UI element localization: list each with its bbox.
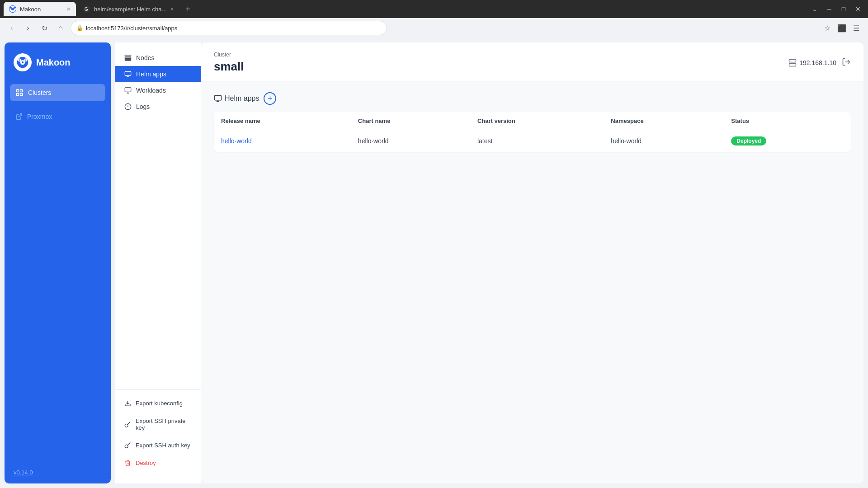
secondary-nav-actions: Export kubeconfig Export SSH private key… (115, 389, 201, 476)
main-content: Cluster small 192.168.1.10 (201, 42, 863, 483)
app-logo-icon (14, 53, 32, 71)
security-icon: 🔒 (76, 25, 83, 31)
main-header: Cluster small 192.168.1.10 (201, 42, 863, 81)
svg-rect-33 (215, 95, 222, 100)
action-export-kubeconfig[interactable]: Export kubeconfig (115, 395, 201, 411)
makoon-favicon (9, 5, 16, 13)
secondary-nav-logs[interactable]: Logs (115, 99, 201, 115)
page-title: small (214, 60, 788, 74)
action-export-ssh-auth-key-label: Export SSH auth key (136, 442, 190, 449)
ip-badge: 192.168.1.10 (788, 59, 836, 67)
sidebar-item-clusters-label: Clusters (28, 89, 51, 96)
menu-button[interactable]: ☰ (850, 22, 863, 34)
nav-actions: ☆ ⬛ ☰ (821, 22, 863, 34)
action-export-ssh-auth-key[interactable]: Export SSH auth key (115, 437, 201, 453)
breadcrumb: Cluster (214, 52, 788, 58)
exit-button[interactable] (842, 57, 851, 68)
col-release-name: Release name (214, 112, 351, 130)
cell-namespace: hello-world (604, 130, 724, 152)
secondary-nav-nodes[interactable]: Nodes (115, 50, 201, 66)
svg-rect-13 (20, 89, 23, 92)
tab-makoon[interactable]: Makoon ✕ (4, 2, 76, 16)
svg-point-9 (22, 61, 24, 63)
svg-point-2 (10, 7, 12, 9)
col-chart-name: Chart name (351, 112, 470, 130)
sidebar-link-proxmox[interactable]: Proxmox (10, 108, 105, 125)
sidebar-link-proxmox-label: Proxmox (27, 113, 52, 120)
secondary-nav-helm-apps[interactable]: Helm apps (115, 66, 201, 82)
svg-rect-20 (125, 71, 131, 75)
tab-list-button[interactable]: ⌄ (808, 3, 821, 15)
tab-github-close[interactable]: ✕ (170, 6, 174, 12)
svg-text:G: G (85, 7, 88, 12)
action-export-ssh-private-key[interactable]: Export SSH private key (115, 413, 201, 436)
app-version[interactable]: v0.14.0 (14, 469, 33, 476)
reload-button[interactable]: ↻ (38, 22, 51, 34)
cell-status: Deployed (724, 130, 851, 152)
action-export-ssh-private-key-label: Export SSH private key (136, 418, 192, 431)
browser-chrome: Makoon ✕ G helm/examples: Helm cha... ✕ … (0, 0, 868, 38)
home-button[interactable]: ⌂ (54, 22, 67, 34)
sidebar-links: Proxmox (5, 105, 111, 128)
action-export-kubeconfig-label: Export kubeconfig (136, 400, 183, 407)
forward-button[interactable]: › (22, 22, 34, 34)
header-left: Cluster small (214, 52, 788, 74)
sidebar-logo: Makoon (5, 42, 111, 80)
svg-point-3 (14, 7, 15, 9)
svg-point-11 (25, 59, 27, 61)
table-row: hello-world hello-world latest hello-wor… (214, 130, 851, 152)
back-button[interactable]: ‹ (5, 22, 18, 34)
new-tab-button[interactable]: + (181, 3, 194, 15)
svg-rect-29 (789, 63, 796, 66)
table-body: hello-world hello-world latest hello-wor… (214, 130, 851, 152)
bookmark-button[interactable]: ☆ (821, 22, 834, 34)
minimize-button[interactable]: ─ (823, 3, 835, 15)
cell-chart-name: hello-world (351, 130, 470, 152)
cell-release-name[interactable]: hello-world (214, 130, 351, 152)
action-destroy[interactable]: Destroy (115, 455, 201, 471)
url-text: localhost:5173/#/cluster/small/apps (86, 25, 177, 32)
browser-title-bar: Makoon ✕ G helm/examples: Helm cha... ✕ … (0, 0, 868, 18)
browser-nav-bar: ‹ › ↻ ⌂ 🔒 localhost:5173/#/cluster/small… (0, 18, 868, 38)
add-helm-app-button[interactable]: + (264, 92, 276, 105)
secondary-nav-workloads[interactable]: Workloads (115, 82, 201, 99)
svg-line-16 (19, 114, 22, 117)
secondary-nav-logs-label: Logs (136, 103, 150, 110)
maximize-button[interactable]: □ (837, 3, 850, 15)
svg-point-10 (19, 59, 20, 61)
status-badge: Deployed (731, 136, 766, 145)
sidebar-item-clusters[interactable]: Clusters (10, 84, 105, 101)
tab-github[interactable]: G helm/examples: Helm cha... ✕ (78, 2, 179, 16)
tab-github-label: helm/examples: Helm cha... (94, 6, 166, 13)
address-bar[interactable]: 🔒 localhost:5173/#/cluster/small/apps (71, 21, 387, 35)
secondary-nav-nodes-label: Nodes (136, 54, 154, 61)
section-title: Helm apps (214, 94, 259, 103)
tab-makoon-label: Makoon (20, 6, 41, 13)
server-icon (788, 59, 797, 67)
svg-rect-14 (16, 94, 19, 96)
svg-rect-28 (789, 59, 796, 62)
main-body: Helm apps + Release name Chart name Char… (201, 81, 863, 483)
secondary-nav: Nodes Helm apps Workloads Logs (115, 42, 201, 483)
sidebar-bottom: v0.14.0 (5, 461, 111, 483)
header-right: 192.168.1.10 (788, 57, 851, 68)
col-status: Status (724, 112, 851, 130)
action-destroy-label: Destroy (136, 460, 156, 466)
svg-point-1 (11, 8, 14, 10)
sidebar: Makoon Clusters Proxmox (5, 42, 111, 483)
section-header: Helm apps + (214, 92, 851, 105)
col-namespace: Namespace (604, 112, 724, 130)
extensions-button[interactable]: ⬛ (835, 22, 848, 34)
table-header: Release name Chart name Chart version Na… (214, 112, 851, 130)
secondary-nav-workloads-label: Workloads (136, 87, 166, 94)
svg-rect-17 (125, 55, 131, 56)
helm-apps-table: Release name Chart name Chart version Na… (214, 112, 851, 152)
svg-rect-12 (16, 89, 19, 92)
helm-apps-icon (214, 94, 222, 103)
cell-chart-version: latest (470, 130, 604, 152)
app-container: Makoon Clusters Proxmox (0, 38, 868, 488)
svg-rect-21 (125, 88, 131, 92)
close-button[interactable]: ✕ (852, 3, 864, 15)
tab-makoon-close[interactable]: ✕ (66, 6, 71, 12)
secondary-nav-helm-apps-label: Helm apps (136, 70, 166, 78)
